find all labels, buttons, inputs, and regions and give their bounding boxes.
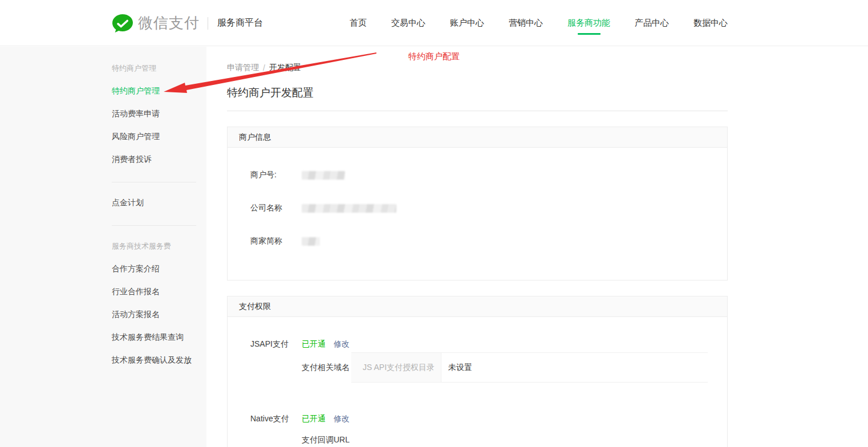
permission-row-jsapi: JSAPI支付 已开通 修改 支付相关域名 JS API支付授权目录 未设置 [250,340,727,383]
status-badge: 已开通 [302,339,326,350]
masked-value-company-name [302,204,396,213]
callback-url-label: 支付回调URL [302,435,351,445]
sidebar-divider [112,225,196,226]
nav-item-home[interactable]: 首页 [350,18,367,29]
field-label-merchant-short-name: 商家简称 [250,236,302,246]
app-header: 微信支付 服务商平台 首页 交易中心 账户中心 营销中心 服务商功能 产品中心 … [0,0,868,46]
sidebar-item-risk-merchant-management[interactable]: 风险商户管理 [0,125,206,148]
sidebar-item-cooperation-plan-intro[interactable]: 合作方案介绍 [0,258,206,281]
nav-item-account-center[interactable]: 账户中心 [450,18,484,29]
sidebar-item-consumer-complaints[interactable]: 消费者投诉 [0,148,206,171]
sidebar: 特约商户管理 特约商户管理 活动费率申请 风险商户管理 消费者投诉 点金计划 服… [0,47,206,447]
merchant-info-header: 商户信息 [228,127,727,148]
permission-name: Native支付 [250,414,302,424]
nav-item-data-center[interactable]: 数据中心 [693,18,728,29]
domain-table-value: 未设置 [441,353,708,382]
masked-value-merchant-id [302,171,345,180]
sidebar-group-title-tech-service-fee: 服务商技术服务费 [0,235,206,258]
merchant-info-section: 商户信息 商户号: 公司名称 商家简称 [227,127,728,281]
page-title: 特约商户开发配置 [227,86,728,100]
permission-name: JSAPI支付 [250,339,302,350]
breadcrumb-parent[interactable]: 申请管理 [227,63,259,73]
masked-value-merchant-short-name [302,237,320,246]
modify-link-native[interactable]: 修改 [334,414,350,424]
sidebar-item-industry-cooperation-signup[interactable]: 行业合作报名 [0,281,206,303]
nav-item-product-center[interactable]: 产品中心 [635,18,669,29]
sidebar-item-tech-fee-result-query[interactable]: 技术服务费结果查询 [0,326,206,349]
domain-table: JS API支付授权目录 未设置 [351,352,708,383]
breadcrumb-current: 开发配置 [269,63,301,73]
sidebar-item-gold-plan[interactable]: 点金计划 [0,192,206,214]
sidebar-item-activity-rate-application[interactable]: 活动费率申请 [0,103,206,125]
wechat-pay-logo-icon [112,14,133,33]
status-badge: 已开通 [302,414,326,424]
payment-permissions-section: 支付权限 JSAPI支付 已开通 修改 支付相关域名 JS API支付授权目录 … [227,296,728,447]
sidebar-item-special-merchant-management[interactable]: 特约商户管理 [0,80,206,103]
field-merchant-id: 商户号: [250,170,727,180]
nav-item-service-provider-functions[interactable]: 服务商功能 [567,18,610,29]
domain-table-key: JS API支付授权目录 [351,353,441,382]
field-label-merchant-id: 商户号: [250,170,302,180]
permission-row-native: Native支付 已开通 修改 支付回调URL [250,415,727,445]
logo-text: 微信支付 [138,13,200,33]
nav-item-marketing-center[interactable]: 营销中心 [509,18,543,29]
sidebar-divider [112,182,196,182]
domain-label: 支付相关域名 [302,363,351,373]
breadcrumb: 申请管理 / 开发配置 [227,47,728,73]
title-divider [227,111,728,111]
sidebar-group-title-special-merchant: 特约商户管理 [0,57,206,80]
field-merchant-short-name: 商家简称 [250,237,727,246]
sidebar-item-tech-fee-confirm-grant[interactable]: 技术服务费确认及发放 [0,349,206,372]
modify-link-jsapi[interactable]: 修改 [334,339,350,350]
wechat-pay-logo[interactable]: 微信支付 服务商平台 [112,0,263,46]
primary-nav: 首页 交易中心 账户中心 营销中心 服务商功能 产品中心 数据中心 [350,0,728,46]
field-label-company-name: 公司名称 [250,203,302,213]
sidebar-item-activity-plan-signup[interactable]: 活动方案报名 [0,303,206,326]
nav-item-transaction-center[interactable]: 交易中心 [391,18,425,29]
logo-divider [208,17,208,30]
breadcrumb-separator: / [263,63,265,72]
field-company-name: 公司名称 [250,204,727,213]
portal-name: 服务商平台 [217,17,263,29]
payment-permissions-header: 支付权限 [228,296,727,317]
main-content: 申请管理 / 开发配置 特约商户开发配置 商户信息 商户号: 公司名称 商家简称 [206,47,868,447]
